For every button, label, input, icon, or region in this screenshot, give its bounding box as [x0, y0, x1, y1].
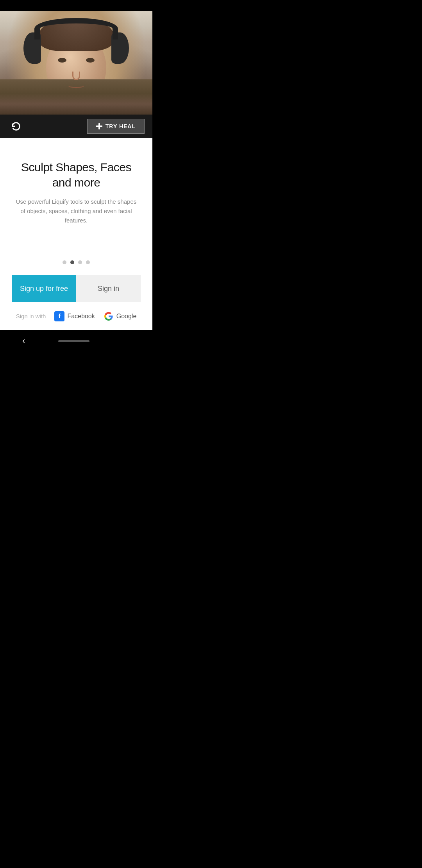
heal-icon: [96, 123, 102, 129]
facebook-icon: f: [54, 311, 64, 321]
try-heal-label: TRY HEAL: [106, 123, 136, 129]
google-icon: [104, 311, 114, 321]
home-indicator[interactable]: [58, 340, 89, 342]
facebook-signin-button[interactable]: f Facebook: [54, 311, 95, 321]
dot-3: [78, 260, 82, 264]
toolbar: TRY HEAL: [0, 115, 152, 138]
mouth: [68, 84, 84, 88]
status-bar: [0, 0, 152, 11]
svg-rect-1: [96, 126, 102, 127]
reset-icon: [11, 121, 21, 132]
eye-left: [58, 58, 66, 63]
sub-headline: Use powerful Liquify tools to sculpt the…: [14, 197, 139, 225]
action-buttons: Sign up for free Sign in: [12, 275, 141, 302]
main-content: Sculpt Shapes, Faces and more Use powerf…: [0, 138, 152, 330]
nose: [72, 72, 80, 80]
facebook-label: Facebook: [67, 313, 95, 320]
reset-button[interactable]: [8, 118, 24, 135]
headphone-band: [34, 18, 118, 39]
back-button[interactable]: ‹: [11, 332, 37, 350]
dot-2: [70, 260, 74, 264]
headline-section: Sculpt Shapes, Faces and more Use powerf…: [12, 138, 141, 237]
signin-button[interactable]: Sign in: [76, 275, 141, 302]
try-heal-button[interactable]: TRY HEAL: [87, 119, 145, 134]
nav-bar: ‹: [0, 330, 152, 352]
signup-button[interactable]: Sign up for free: [12, 275, 76, 302]
social-signin-label: Sign in with: [16, 313, 46, 319]
dot-1: [63, 260, 66, 264]
main-headline: Sculpt Shapes, Faces and more: [12, 160, 141, 190]
google-signin-button[interactable]: Google: [104, 311, 137, 321]
dot-4: [86, 260, 90, 264]
carousel-dots: [63, 260, 90, 264]
eye-right: [86, 58, 95, 63]
hero-image: [0, 11, 152, 115]
google-label: Google: [116, 313, 137, 320]
social-signin-bar: Sign in with f Facebook Google: [12, 302, 141, 330]
